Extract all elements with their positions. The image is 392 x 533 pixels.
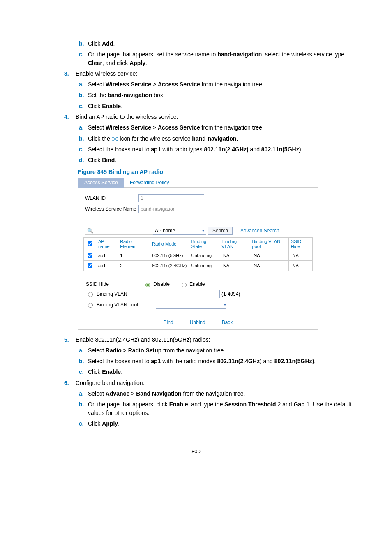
- list-item: 4. Bind an AP radio to the wireless serv…: [64, 113, 355, 121]
- tab-access-service[interactable]: Access Service: [78, 178, 124, 188]
- ap-table: AP name Radio Element Radio Mode Binding…: [83, 237, 313, 271]
- list-item: c. On the page that appears, set the ser…: [79, 50, 355, 67]
- list-item: a. Select Wireless Service > Access Serv…: [79, 80, 355, 88]
- list-item: c. Select the boxes next to ap1 with rad…: [79, 145, 355, 153]
- list-item: a. Select Radio > Radio Setup from the n…: [79, 346, 355, 355]
- binding-vlan-input[interactable]: [156, 290, 220, 298]
- list-item: 6. Configure band navigation:: [64, 379, 355, 387]
- page-number: 800: [37, 448, 355, 454]
- wlan-id-label: WLAN ID: [85, 195, 138, 201]
- figure-caption: Figure 845 Binding an AP radio: [78, 169, 355, 175]
- row-checkbox[interactable]: [88, 263, 92, 268]
- wlan-id-input[interactable]: [138, 194, 204, 202]
- link-icon: [112, 137, 118, 141]
- list-item: c. Click Enable.: [79, 368, 355, 376]
- chevron-down-icon: ▾: [202, 228, 204, 233]
- binding-vlan-pool-radio[interactable]: [88, 303, 93, 308]
- unbind-button[interactable]: Unbind: [190, 320, 205, 325]
- list-item: b. Select the boxes next to ap1 with the…: [79, 357, 355, 365]
- list-item: c. Click Enable.: [79, 102, 355, 110]
- list-item: 5. Enable 802.11n(2.4GHz) and 802.11n(5G…: [64, 336, 355, 344]
- list-text: Enable wireless service:: [76, 70, 355, 78]
- ssid-hide-enable-radio[interactable]: Enable: [180, 281, 205, 287]
- list-item: b. Click Add.: [79, 39, 355, 48]
- bind-button[interactable]: Bind: [164, 320, 173, 325]
- list-item: b. On the page that appears, click Enabl…: [79, 400, 355, 417]
- search-icon: 🔍: [85, 227, 153, 235]
- list-text: On the page that appears, set the servic…: [88, 50, 355, 67]
- search-field-dropdown[interactable]: AP name▾: [153, 227, 206, 235]
- table-row: ap1 2 802.11n(2.4GHz) Unbinding -NA- -NA…: [84, 260, 313, 271]
- service-name-label: Wireless Service Name: [85, 206, 138, 212]
- list-item: b. Set the band-navigation box.: [79, 91, 355, 99]
- ssid-hide-disable-radio[interactable]: Disable: [143, 281, 170, 287]
- service-name-input[interactable]: [138, 205, 204, 213]
- search-button[interactable]: Search: [208, 227, 233, 235]
- back-button[interactable]: Back: [222, 320, 233, 325]
- list-item: a. Select Advance > Band Navigation from…: [79, 389, 355, 398]
- list-item: a. Select Wireless Service > Access Serv…: [79, 123, 355, 132]
- ui-screenshot-panel: Access Service Forwarding Policy WLAN ID…: [78, 178, 318, 330]
- binding-vlan-pool-dropdown[interactable]: ▾: [156, 301, 226, 309]
- tab-forwarding-policy[interactable]: Forwarding Policy: [124, 178, 175, 188]
- list-marker: 3.: [64, 70, 76, 78]
- list-item: b. Click the icon for the wireless servi…: [79, 134, 355, 143]
- list-item: c. Click Apply.: [79, 419, 355, 428]
- advanced-search-link[interactable]: Advanced Search: [237, 228, 279, 234]
- list-text: Click Add.: [88, 39, 355, 48]
- row-checkbox[interactable]: [88, 253, 92, 258]
- list-item: d. Click Bind.: [79, 156, 355, 164]
- select-all-checkbox[interactable]: [88, 241, 92, 246]
- list-item: 3. Enable wireless service:: [64, 70, 355, 78]
- chevron-down-icon: ▾: [224, 302, 226, 307]
- ssid-hide-label: SSID Hide: [86, 281, 143, 287]
- list-marker: c.: [79, 50, 88, 67]
- list-marker: b.: [79, 39, 88, 48]
- table-row: ap1 1 802.11n(5GHz) Unbinding -NA- -NA- …: [84, 250, 313, 260]
- binding-vlan-radio[interactable]: [88, 292, 93, 297]
